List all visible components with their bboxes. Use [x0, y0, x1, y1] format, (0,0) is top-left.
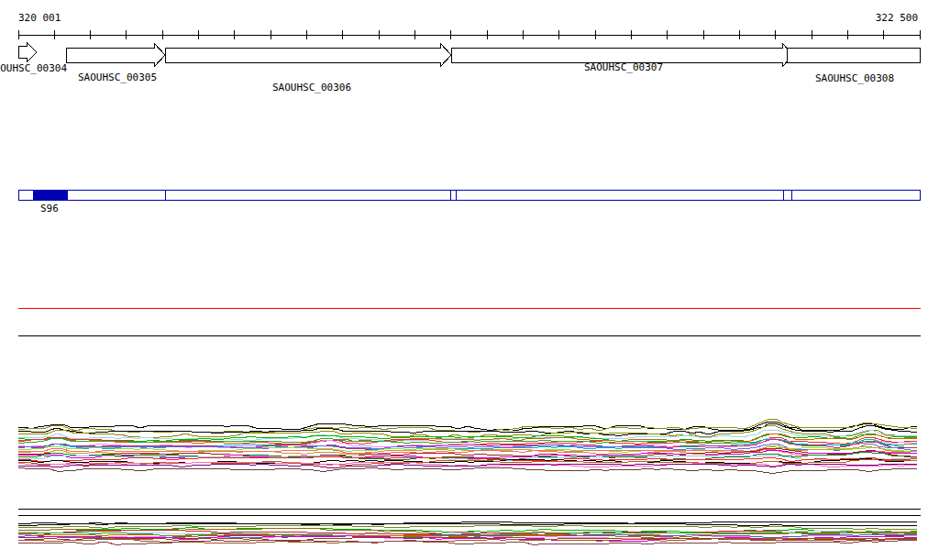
- genome-browser-canvas: 320 001 322 500 SAOUHSC_00304 SAOUHSC_00…: [0, 0, 939, 560]
- coordinate-ruler: [18, 30, 920, 39]
- gene-label-saouhsc-00304: SAOUHSC_00304: [0, 62, 67, 74]
- gene-label-saouhsc-00308: SAOUHSC_00308: [815, 72, 894, 84]
- s96-feature-box[interactable]: [33, 190, 67, 200]
- gene-feature-track: [18, 42, 920, 67]
- ruler-start-label: 320 001: [18, 12, 61, 24]
- s96-feature-label: S96: [40, 203, 59, 214]
- gene-label-saouhsc-00307: SAOUHSC_00307: [584, 61, 663, 73]
- gene-arrow-SAOUHSC_00304[interactable]: [18, 42, 37, 62]
- gene-label-saouhsc-00305: SAOUHSC_00305: [78, 71, 157, 83]
- ruler-end-label: 322 500: [876, 12, 918, 24]
- separator-lines: [18, 308, 921, 515]
- gene-arrow-SAOUHSC_00305[interactable]: [66, 43, 165, 67]
- genome-browser-window: 320 001 322 500 SAOUHSC_00304 SAOUHSC_00…: [0, 0, 939, 560]
- s96-feature-strip: [18, 190, 920, 200]
- feature-strip-outline: [18, 190, 920, 200]
- plot-trace: [18, 525, 917, 529]
- expression-plot-bottom: [18, 522, 917, 544]
- expression-plot-middle: [18, 419, 917, 473]
- gene-arrow-SAOUHSC_00306[interactable]: [165, 43, 451, 67]
- plot-trace: [18, 467, 917, 473]
- gene-arrow-SAOUHSC_00308[interactable]: [787, 48, 920, 62]
- gene-label-saouhsc-00306: SAOUHSC_00306: [272, 82, 351, 93]
